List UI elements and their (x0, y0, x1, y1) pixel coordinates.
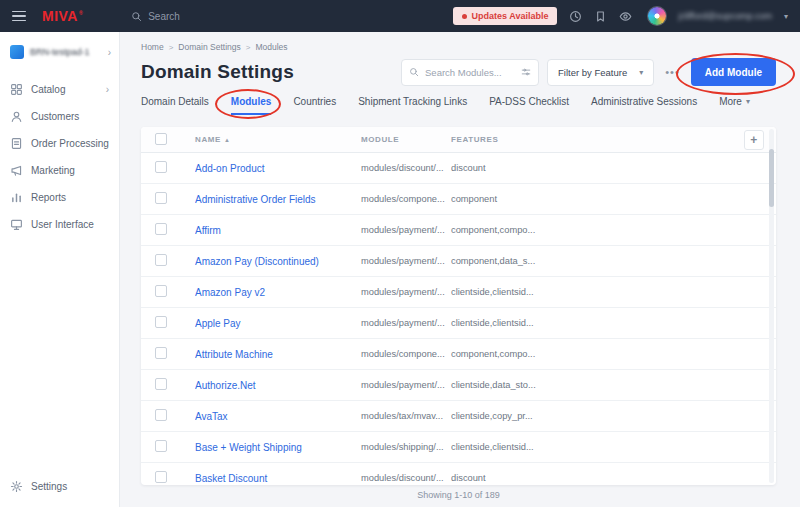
row-checkbox[interactable] (155, 316, 167, 328)
module-path: modules/payment/... (361, 380, 451, 390)
tab-shipment-tracking-links[interactable]: Shipment Tracking Links (358, 96, 467, 115)
advanced-search-icon[interactable] (521, 67, 531, 77)
more-actions-button[interactable]: ••• (662, 66, 683, 78)
eye-icon[interactable] (619, 10, 632, 23)
miva-logo[interactable]: MIVA® (42, 8, 83, 24)
module-name-link[interactable]: Amazon Pay v2 (195, 287, 361, 298)
table-row[interactable]: Attribute Machine modules/compone... com… (141, 339, 776, 370)
column-header-name[interactable]: NAME ▲ (195, 135, 361, 144)
updates-available-button[interactable]: Updates Available (453, 7, 558, 25)
row-checkbox[interactable] (155, 378, 167, 390)
row-checkbox[interactable] (155, 409, 167, 421)
module-name-link[interactable]: Attribute Machine (195, 349, 361, 360)
global-search-input[interactable] (148, 11, 248, 22)
module-name-link[interactable]: Authorize.Net (195, 380, 361, 391)
sidebar-item-order-processing[interactable]: Order Processing (0, 130, 119, 157)
sidebar-item-label: Order Processing (31, 138, 109, 149)
tab-more[interactable]: More ▾ (719, 96, 750, 115)
sidebar-item-label: Settings (31, 481, 67, 492)
sidebar-item-reports[interactable]: Reports (0, 184, 119, 211)
store-selector[interactable]: BRN-testpad-1 › (0, 32, 119, 72)
table-row[interactable]: Amazon Pay v2 modules/payment/... client… (141, 277, 776, 308)
table-row[interactable]: Amazon Pay (Discontinued) modules/paymen… (141, 246, 776, 277)
bookmark-icon[interactable] (594, 10, 607, 23)
sidebar-item-user-interface[interactable]: User Interface (0, 211, 119, 238)
search-modules-box[interactable] (401, 59, 539, 86)
add-module-button[interactable]: Add Module (691, 58, 776, 86)
row-checkbox[interactable] (155, 471, 167, 483)
tab-countries[interactable]: Countries (293, 96, 336, 115)
row-checkbox[interactable] (155, 192, 167, 204)
catalog-icon (10, 83, 23, 96)
select-all-checkbox[interactable] (155, 133, 167, 145)
table-row[interactable]: AvaTax modules/tax/mvav... clientside,co… (141, 401, 776, 432)
updates-label: Updates Available (472, 11, 549, 21)
tab-more-label: More (719, 96, 742, 107)
chevron-right-icon: › (106, 84, 109, 95)
module-features: clientside,clientsid... (451, 442, 732, 452)
sidebar-nav: Catalog › Customers Order Processing Mar… (0, 76, 119, 238)
sidebar-item-customers[interactable]: Customers (0, 103, 119, 130)
table-row[interactable]: Administrative Order Fields modules/comp… (141, 184, 776, 215)
module-path: modules/compone... (361, 194, 451, 204)
table-scrollbar[interactable] (769, 129, 774, 483)
module-path: modules/payment/... (361, 287, 451, 297)
user-interface-icon (10, 218, 23, 231)
module-features: discount (451, 473, 732, 483)
module-name-link[interactable]: Base + Weight Shipping (195, 442, 361, 453)
row-checkbox[interactable] (155, 347, 167, 359)
breadcrumb-modules[interactable]: Modules (255, 42, 287, 52)
module-path: modules/compone... (361, 349, 451, 359)
search-modules-input[interactable] (425, 67, 515, 78)
pagination-status: Showing 1-10 of 189 (141, 490, 776, 500)
module-name-link[interactable]: Administrative Order Fields (195, 194, 361, 205)
store-logo-icon (10, 45, 24, 59)
table-header-row: NAME ▲ MODULE FEATURES + (141, 127, 776, 153)
table-row[interactable]: Authorize.Net modules/payment/... client… (141, 370, 776, 401)
chevron-down-icon[interactable]: ▾ (784, 12, 788, 21)
module-name-link[interactable]: Apple Pay (195, 318, 361, 329)
breadcrumb-domain-settings[interactable]: Domain Settings (178, 42, 240, 52)
sidebar-item-catalog[interactable]: Catalog › (0, 76, 119, 103)
module-name-link[interactable]: Basket Discount (195, 473, 361, 484)
module-name-link[interactable]: Affirm (195, 225, 361, 236)
table-row[interactable]: Base + Weight Shipping modules/shipping/… (141, 432, 776, 463)
row-checkbox[interactable] (155, 223, 167, 235)
scrollbar-thumb[interactable] (769, 149, 774, 207)
sidebar-item-label: Marketing (31, 165, 75, 176)
row-checkbox[interactable] (155, 440, 167, 452)
sidebar: BRN-testpad-1 › Catalog › Customers Orde… (0, 32, 120, 507)
module-name-link[interactable]: AvaTax (195, 411, 361, 422)
module-path: modules/shipping/... (361, 442, 451, 452)
module-path: modules/discount/... (361, 473, 451, 483)
global-search[interactable] (131, 11, 248, 22)
filter-by-feature-dropdown[interactable]: Filter by Feature ▾ (547, 59, 654, 86)
breadcrumb-home[interactable]: Home (141, 42, 164, 52)
history-icon[interactable] (569, 10, 582, 23)
module-name-link[interactable]: Amazon Pay (Discontinued) (195, 256, 361, 267)
tab-pa-dss-checklist[interactable]: PA-DSS Checklist (489, 96, 569, 115)
menu-icon[interactable] (12, 11, 26, 22)
sidebar-item-marketing[interactable]: Marketing (0, 157, 119, 184)
table-row[interactable]: Affirm modules/payment/... component,com… (141, 215, 776, 246)
module-features: component,data_s... (451, 256, 732, 266)
tab-domain-details[interactable]: Domain Details (141, 96, 209, 115)
column-header-module[interactable]: MODULE (361, 135, 451, 144)
row-checkbox[interactable] (155, 285, 167, 297)
user-email: jclifford@supcomp.com (678, 11, 772, 21)
breadcrumb-separator: > (246, 43, 251, 52)
module-features: discount (451, 163, 732, 173)
table-row[interactable]: Apple Pay modules/payment/... clientside… (141, 308, 776, 339)
column-header-features[interactable]: FEATURES (451, 135, 732, 144)
module-name-link[interactable]: Add-on Product (195, 163, 361, 174)
tab-administrative-sessions[interactable]: Administrative Sessions (591, 96, 697, 115)
avatar[interactable] (648, 7, 666, 25)
row-checkbox[interactable] (155, 254, 167, 266)
row-checkbox[interactable] (155, 161, 167, 173)
tab-modules[interactable]: Modules (231, 96, 272, 115)
add-column-button[interactable]: + (744, 130, 764, 150)
sidebar-item-settings[interactable]: Settings (0, 472, 119, 507)
table-row[interactable]: Basket Discount modules/discount/... dis… (141, 463, 776, 485)
sort-asc-icon: ▲ (224, 137, 231, 143)
table-row[interactable]: Add-on Product modules/discount/... disc… (141, 153, 776, 184)
